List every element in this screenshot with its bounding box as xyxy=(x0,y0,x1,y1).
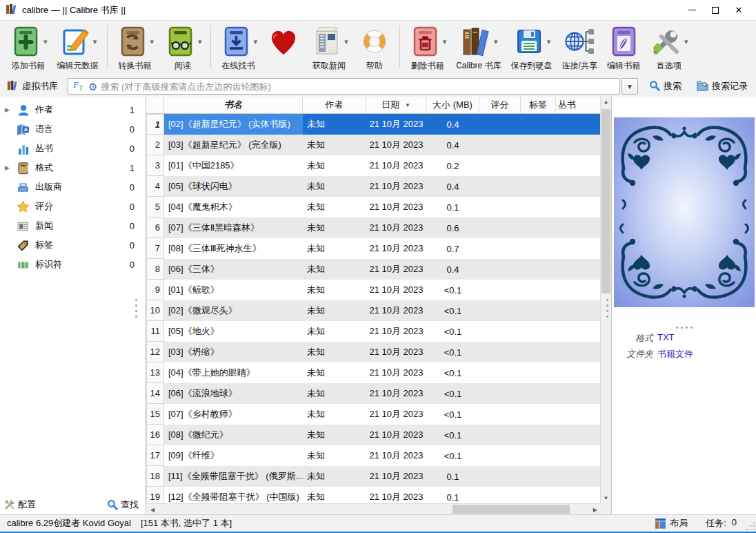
details-splitter-handle[interactable] xyxy=(612,327,756,329)
virtual-library-button[interactable]: 虚拟书库 xyxy=(4,78,61,95)
book-row-11[interactable]: 11[05]《地火》未知21 10月 2023<0.1 xyxy=(146,321,600,342)
sidebar-item-authors[interactable]: ▶作者1 xyxy=(0,100,146,119)
minimize-button[interactable] xyxy=(680,1,704,19)
toolbar-donate-button[interactable] xyxy=(262,24,305,70)
vertical-scrollbar-thumb[interactable] xyxy=(601,109,610,293)
close-button[interactable]: ✕ xyxy=(727,1,750,19)
book-row-9[interactable]: 9[01]《鲸歌》未知21 10月 2023<0.1 xyxy=(146,280,600,300)
dropdown-arrow-icon[interactable]: ▾ xyxy=(254,37,258,46)
scroll-right-icon[interactable]: ▶ xyxy=(590,507,597,513)
sidebar-item-ratings[interactable]: 评分0 xyxy=(0,197,146,216)
column-header-6[interactable]: 标签 xyxy=(521,97,556,113)
book-row-13[interactable]: 13[04]《带上她的眼睛》未知21 10月 2023<0.1 xyxy=(146,362,600,383)
column-header-5[interactable]: 评分 xyxy=(479,97,521,113)
dropdown-arrow-icon[interactable]: ▾ xyxy=(198,37,202,46)
search-dropdown-button[interactable]: ▼ xyxy=(621,78,638,95)
saved-searches-button[interactable]: 搜索记录 xyxy=(693,79,752,95)
cell-filler xyxy=(578,466,600,487)
dropdown-arrow-icon[interactable]: ▾ xyxy=(443,37,447,46)
toolbar-save-to-disk-button[interactable]: ▾保存到硬盘 xyxy=(506,24,557,70)
dropdown-arrow-icon[interactable]: ▾ xyxy=(150,37,155,46)
toolbar-edit-book-button[interactable]: 编辑书籍 xyxy=(602,24,645,70)
expand-arrow-icon[interactable]: ▶ xyxy=(5,106,10,113)
book-row-3[interactable]: 3[01]《中国2185》未知21 10月 20230.2 xyxy=(146,155,600,176)
sidebar-item-tags[interactable]: 标签0 xyxy=(0,235,146,255)
layout-button[interactable]: 布局 xyxy=(655,517,688,530)
book-row-18[interactable]: 18[11]《全频带阻塞干扰》 (俄罗斯...未知21 10月 20230.1 xyxy=(146,466,600,487)
toolbar-preferences-button[interactable]: ▾首选项 xyxy=(645,24,693,70)
toolbar-help-button[interactable]: 帮助 xyxy=(353,24,396,70)
toolbar-remove-books-button[interactable]: ▾删除书籍 xyxy=(404,24,452,70)
expand-arrow-icon[interactable]: ▶ xyxy=(5,164,10,171)
sidebar-item-count: 0 xyxy=(130,124,135,135)
book-row-4[interactable]: 4[05]《球状闪电》未知21 10月 20230.4 xyxy=(146,176,600,197)
sidebar-item-publishers[interactable]: 出版商0 xyxy=(0,177,146,197)
sidebar-item-languages[interactable]: A语言0 xyxy=(0,119,146,139)
book-row-1[interactable]: 1[02]《超新星纪元》 (实体书版)未知21 10月 20230.4 xyxy=(146,114,600,135)
book-row-8[interactable]: 8[06]《三体》未知21 10月 20230.4 xyxy=(146,259,600,280)
book-row-15[interactable]: 15[07]《乡村教师》未知21 10月 2023<0.1 xyxy=(146,404,600,425)
book-row-7[interactable]: 7[08]《三体Ⅲ死神永生》未知21 10月 20230.7 xyxy=(146,238,600,259)
book-row-2[interactable]: 2[03]《超新星纪元》 (完全版)未知21 10月 20230.4 xyxy=(146,135,600,155)
search-input[interactable] xyxy=(101,81,617,92)
book-row-12[interactable]: 12[03]《坍缩》未知21 10月 2023<0.1 xyxy=(146,342,600,362)
toolbar-choose-library-button[interactable]: ▾Calibre 书库 xyxy=(451,24,506,70)
sidebar-splitter-handle[interactable] xyxy=(135,299,137,318)
dropdown-arrow-icon[interactable]: ▾ xyxy=(547,37,551,46)
book-row-6[interactable]: 6[07]《三体Ⅱ黑暗森林》未知21 10月 20230.6 xyxy=(146,217,600,238)
convert-books-icon xyxy=(116,25,149,58)
book-row-17[interactable]: 17[09]《纤维》未知21 10月 2023<0.1 xyxy=(146,445,600,466)
scroll-left-icon[interactable]: ◀ xyxy=(149,507,156,513)
toolbar-view-button[interactable]: ▾阅读 xyxy=(159,24,207,70)
sidebar-item-series[interactable]: 丛书0 xyxy=(0,139,146,158)
selection-count-text: [151 本书, 选中了 1 本] xyxy=(141,517,232,530)
column-header-7[interactable]: 丛书 xyxy=(556,97,578,113)
cover-splitter-handle[interactable] xyxy=(606,299,608,318)
dropdown-arrow-icon[interactable]: ▾ xyxy=(344,37,348,46)
book-cover[interactable] xyxy=(614,117,755,307)
sidebar-item-formats[interactable]: ▶格式1 xyxy=(0,158,146,177)
sidebar-item-identifiers[interactable]: 标识符0 xyxy=(0,255,146,274)
toolbar-edit-metadata-button[interactable]: ▾编辑元数据 xyxy=(52,24,103,70)
format-value-link[interactable]: TXT xyxy=(657,332,675,345)
maximize-button[interactable] xyxy=(704,1,727,19)
toolbar-fetch-news-button[interactable]: ▾获取新闻 xyxy=(305,24,353,70)
search-button[interactable]: 搜索 xyxy=(645,79,686,95)
full-text-search-icon[interactable]: FT xyxy=(71,79,85,94)
cell-tags xyxy=(521,342,556,362)
dropdown-arrow-icon[interactable]: ▾ xyxy=(684,37,688,46)
column-header-2[interactable]: 作者 xyxy=(303,97,366,113)
sidebar-item-label: 格式 xyxy=(35,162,53,174)
scroll-down-icon[interactable]: ▼ xyxy=(601,495,611,501)
cell-size: <0.1 xyxy=(426,362,479,383)
resize-grip[interactable] xyxy=(746,522,755,530)
advanced-search-gear-icon[interactable]: ⚙ xyxy=(88,81,97,92)
jobs-button[interactable]: 任务: 0 xyxy=(706,517,737,530)
find-button[interactable]: 查找 xyxy=(107,498,139,511)
dropdown-arrow-icon[interactable]: ▾ xyxy=(494,37,498,46)
book-row-19[interactable]: 19[12]《全频带阻塞干扰》 (中国版)未知21 10月 20230.1 xyxy=(146,487,600,503)
book-row-16[interactable]: 16[08]《微纪元》未知21 10月 2023<0.1 xyxy=(146,425,600,445)
toolbar-add-books-button[interactable]: ▾添加书籍 xyxy=(4,24,52,70)
book-row-10[interactable]: 10[02]《微观尽头》未知21 10月 2023<0.1 xyxy=(146,300,600,321)
horizontal-scrollbar-thumb[interactable] xyxy=(452,505,570,514)
column-header-1[interactable]: 书名 xyxy=(164,97,303,113)
toolbar-convert-books-button[interactable]: ▾转换书籍 xyxy=(111,24,159,70)
folder-value-link[interactable]: 书籍文件 xyxy=(657,348,693,360)
configure-button[interactable]: 配置 xyxy=(4,498,36,511)
toolbar-get-books-button[interactable]: ▾在线找书 xyxy=(215,24,263,70)
sidebar-item-news[interactable]: 新闻0 xyxy=(0,216,146,235)
book-row-14[interactable]: 14[06]《流浪地球》未知21 10月 2023<0.1 xyxy=(146,383,600,404)
toolbar-connect-share-button[interactable]: 连接/共享 xyxy=(557,24,602,70)
vertical-scrollbar[interactable]: ▲ ▼ xyxy=(600,97,611,503)
column-header-4[interactable]: 大小 (MB) xyxy=(426,97,479,113)
cell-tags xyxy=(521,114,556,135)
dropdown-arrow-icon[interactable]: ▾ xyxy=(93,37,97,46)
search-box[interactable]: FT ⚙ xyxy=(68,78,620,95)
cell-tags xyxy=(521,155,556,176)
dropdown-arrow-icon[interactable]: ▾ xyxy=(43,37,48,46)
scroll-up-icon[interactable]: ▲ xyxy=(601,99,611,105)
column-header-3[interactable]: 日期▼ xyxy=(366,97,426,113)
horizontal-scrollbar[interactable]: ◀ ▶ xyxy=(146,503,600,514)
book-row-5[interactable]: 5[04]《魔鬼积木》未知21 10月 20230.1 xyxy=(146,197,600,217)
